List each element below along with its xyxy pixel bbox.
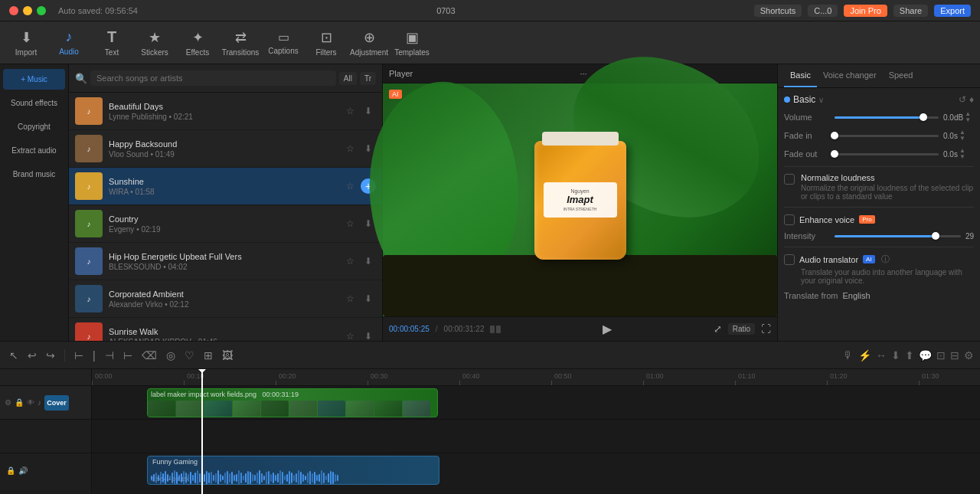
volume-thumb[interactable]: [920, 113, 927, 121]
fade-in-slider[interactable]: [835, 135, 939, 137]
fade-out-slider[interactable]: [835, 153, 939, 155]
audio-volume-icon[interactable]: 🔊: [18, 466, 28, 475]
settings-icon[interactable]: ⚙: [964, 349, 974, 362]
type-filter-btn[interactable]: Tr: [360, 72, 376, 85]
music-item-1[interactable]: ♪ Beautiful Days Lynne Publishing • 02:2…: [69, 93, 382, 130]
eye-icon[interactable]: 👁: [27, 398, 34, 407]
share-button[interactable]: Share: [893, 5, 928, 17]
fullscreen-button[interactable]: ⛶: [761, 323, 771, 335]
toolbar-import[interactable]: ⬇ Import: [6, 25, 46, 61]
sidebar-item-copyright[interactable]: Copyright: [3, 116, 65, 137]
download-btn-7[interactable]: ⬇: [361, 329, 376, 341]
sidebar-item-sound-effects[interactable]: Sound effects: [3, 93, 65, 113]
volume-stepper[interactable]: ▲ ▼: [965, 111, 971, 123]
fade-in-down[interactable]: ▼: [959, 136, 965, 142]
minimize-button[interactable]: [23, 6, 32, 15]
tab-speed[interactable]: Speed: [883, 64, 920, 87]
favorite-btn-6[interactable]: ☆: [342, 291, 358, 306]
download-btn-6[interactable]: ⬇: [361, 291, 376, 306]
tab-basic[interactable]: Basic: [784, 64, 817, 87]
all-filter-btn[interactable]: All: [339, 72, 357, 85]
track-settings-icon[interactable]: ⚙: [5, 398, 11, 407]
volume-slider[interactable]: [835, 116, 939, 119]
favorite-btn-5[interactable]: ☆: [342, 254, 358, 269]
fade-in-stepper[interactable]: ▲ ▼: [959, 129, 965, 142]
intensity-thumb[interactable]: [932, 232, 939, 240]
audio-icon[interactable]: ♪: [38, 398, 41, 407]
favorite-btn-2[interactable]: ☆: [342, 141, 358, 156]
favorite-btn-3[interactable]: ☆: [342, 178, 358, 194]
upload-icon[interactable]: ⬆: [905, 349, 914, 362]
microphone-icon[interactable]: 🎙: [843, 349, 854, 362]
download-icon[interactable]: ⬇: [891, 349, 900, 362]
trim-button[interactable]: |: [90, 348, 99, 363]
toolbar-adjustment[interactable]: ⊕ Adjustment: [349, 25, 389, 61]
toolbar-captions[interactable]: ▭ Captions: [263, 25, 303, 61]
music-item-3[interactable]: ♪ Sunshine WIRA • 01:58 ☆ +: [69, 168, 382, 205]
sidebar-item-brand-music[interactable]: Brand music: [3, 164, 65, 185]
fade-out-down[interactable]: ▼: [959, 154, 965, 160]
fullscreen-crop-button[interactable]: ⤢: [714, 323, 722, 335]
section-collapse-arrow[interactable]: ∨: [818, 96, 824, 104]
toolbar-transitions[interactable]: ⇄ Transitions: [220, 25, 260, 61]
toolbar-stickers[interactable]: ★ Stickers: [135, 25, 175, 61]
image-button[interactable]: 🖼: [219, 348, 236, 363]
download-btn-5[interactable]: ⬇: [361, 254, 376, 269]
audio-translator-checkbox[interactable]: [784, 254, 795, 265]
fade-out-stepper[interactable]: ▲ ▼: [959, 148, 965, 160]
redo-button[interactable]: ↪: [43, 348, 58, 363]
undo-button[interactable]: ↩: [24, 348, 40, 363]
volume-down[interactable]: ▼: [965, 117, 971, 123]
fade-in-thumb[interactable]: [831, 132, 838, 139]
fade-out-thumb[interactable]: [831, 150, 838, 158]
favorite-btn-7[interactable]: ☆: [342, 329, 358, 341]
download-btn-1[interactable]: ⬇: [361, 103, 376, 119]
tab-voice-changer[interactable]: Voice changer: [817, 64, 883, 87]
music-item-4[interactable]: ♪ Country Evgeny • 02:19 ☆ ⬇: [69, 205, 382, 243]
close-button[interactable]: [9, 6, 18, 15]
normalize-checkbox[interactable]: [784, 174, 795, 185]
undo-icon[interactable]: ↺: [959, 94, 966, 105]
intensity-slider[interactable]: [835, 235, 961, 237]
play-button[interactable]: ▶: [603, 322, 612, 336]
toolbar-text[interactable]: T Text: [92, 25, 132, 61]
toolbar-filters[interactable]: ⊡ Filters: [306, 25, 346, 61]
layout-icon[interactable]: ⊡: [936, 349, 946, 362]
toolbar-templates[interactable]: ▣ Templates: [392, 25, 432, 61]
crop-button[interactable]: ⊞: [201, 348, 216, 363]
playhead[interactable]: [201, 369, 203, 494]
delete-button[interactable]: ⌫: [139, 348, 160, 363]
swap-icon[interactable]: ↔: [876, 349, 887, 362]
music-item-2[interactable]: ♪ Happy Backsound Vloo Sound • 01:49 ☆ ⬇: [69, 130, 382, 168]
music-item-5[interactable]: ♪ Hip Hop Energetic Upbeat Full Vers BLE…: [69, 243, 382, 280]
video-clip[interactable]: label maker impact work fields.png 00:00…: [147, 388, 438, 417]
sidebar-item-music[interactable]: + Music: [3, 69, 65, 90]
freeze-button[interactable]: ◎: [163, 348, 178, 363]
trim-right-button[interactable]: ⊢: [120, 348, 136, 363]
join-pro-button[interactable]: Join Pro: [844, 5, 887, 17]
toolbar-effects[interactable]: ✦ Effects: [178, 25, 217, 61]
sidebar-item-extract-audio[interactable]: Extract audio: [3, 140, 65, 161]
enhance-voice-checkbox[interactable]: [784, 214, 795, 225]
search-input[interactable]: [90, 70, 336, 86]
profile-button[interactable]: C...0: [808, 5, 838, 17]
maximize-button[interactable]: [37, 6, 46, 15]
grid-icon[interactable]: ⊟: [950, 349, 959, 362]
auto-beat-icon[interactable]: ⚡: [858, 349, 871, 362]
music-item-7[interactable]: ♪ Sunrise Walk ALEKSANDAR KIPROV • 01:46…: [69, 318, 382, 341]
redo-icon[interactable]: ♦: [969, 94, 974, 105]
favorite-btn-1[interactable]: ☆: [342, 103, 358, 119]
audio-clip[interactable]: Funny Gaming S:964 • 03:15: [147, 456, 439, 485]
audio-lock-icon[interactable]: 🔒: [6, 466, 15, 475]
favorite-button[interactable]: ♡: [181, 348, 198, 363]
lock-icon[interactable]: 🔒: [15, 398, 24, 407]
export-button[interactable]: Export: [934, 5, 971, 17]
caption-icon[interactable]: 💬: [919, 349, 932, 362]
ratio-button[interactable]: Ratio: [728, 323, 755, 335]
music-item-6[interactable]: ♪ Corporated Ambient Alexander Virko • 0…: [69, 280, 382, 318]
trim-left-button[interactable]: ⊣: [102, 348, 117, 363]
split-button[interactable]: ⊢: [71, 348, 87, 363]
favorite-btn-4[interactable]: ☆: [342, 216, 358, 231]
select-tool-button[interactable]: ↖: [6, 348, 21, 363]
toolbar-audio[interactable]: ♪ Audio: [49, 25, 89, 61]
